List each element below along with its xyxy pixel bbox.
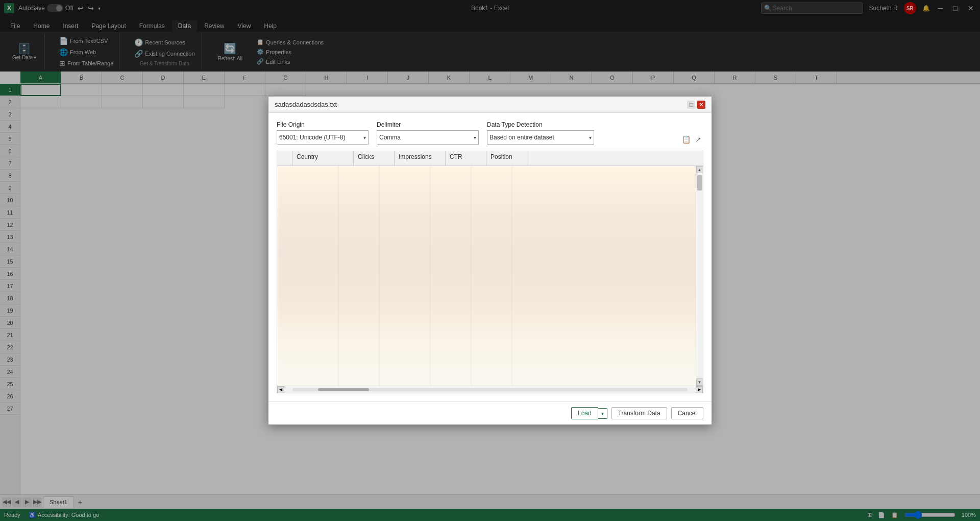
preview-col-position[interactable]: Position	[486, 151, 527, 165]
transform-data-button[interactable]: Transform Data	[611, 407, 667, 419]
data-type-arrow: ▾	[589, 135, 592, 140]
preview-data-overlay	[277, 166, 703, 386]
data-type-field: Data Type Detection Based on entire data…	[487, 121, 594, 145]
scroll-up-button[interactable]: ▲	[696, 166, 703, 173]
preview-row-num-header	[277, 151, 292, 165]
load-dropdown-button[interactable]: ▾	[598, 408, 607, 419]
delimiter-label: Delimiter	[377, 121, 479, 128]
scroll-down-button[interactable]: ▼	[696, 378, 703, 386]
modal-fields: File Origin 65001: Unicode (UTF-8) ▾ Del…	[277, 121, 703, 145]
modal-title: sadasdadasdsdas.txt	[275, 101, 337, 108]
modal-titlebar: sadasdadasdsdas.txt □ ✕	[268, 97, 712, 113]
file-origin-field: File Origin 65001: Unicode (UTF-8) ▾	[277, 121, 369, 145]
scroll-thumb-h[interactable]	[318, 388, 369, 391]
preview-data	[277, 166, 703, 386]
data-type-select[interactable]: Based on entire dataset ▾	[487, 130, 594, 145]
delimiter-arrow: ▾	[474, 135, 476, 140]
scroll-thumb[interactable]	[697, 175, 702, 191]
preview-col-country[interactable]: Country	[292, 151, 354, 165]
preview-col-clicks[interactable]: Clicks	[354, 151, 395, 165]
scroll-right-button[interactable]: ▶	[696, 386, 703, 393]
scroll-left-button[interactable]: ◀	[277, 386, 284, 393]
modal-body: File Origin 65001: Unicode (UTF-8) ▾ Del…	[268, 113, 712, 401]
cancel-button[interactable]: Cancel	[671, 407, 703, 419]
modal-close-button[interactable]: ✕	[697, 101, 705, 109]
file-origin-value: 65001: Unicode (UTF-8)	[279, 134, 345, 141]
modal-overlay: sadasdadasdsdas.txt □ ✕ File Origin 6500…	[0, 0, 980, 521]
preview-col-ctr[interactable]: CTR	[446, 151, 486, 165]
file-origin-select[interactable]: 65001: Unicode (UTF-8) ▾	[277, 130, 369, 145]
delimiter-field: Delimiter Comma ▾	[377, 121, 479, 145]
scroll-track-h[interactable]	[292, 388, 688, 391]
modal-maximize-button[interactable]: □	[687, 101, 695, 109]
preview-hscrollbar[interactable]: ◀ ▶	[277, 386, 703, 393]
modal-footer: Load ▾ Transform Data Cancel	[268, 401, 712, 424]
delimiter-select[interactable]: Comma ▾	[377, 130, 479, 145]
data-type-value: Based on entire dataset	[489, 134, 554, 141]
preview-data-wrapper: ▲ ▼	[277, 166, 703, 386]
modal-action-icon1[interactable]: 📋	[681, 134, 691, 145]
preview-area: Country Clicks Impressions CTR Position	[277, 151, 703, 393]
preview-column-headers: Country Clicks Impressions CTR Position	[277, 151, 703, 166]
preview-vscrollbar[interactable]: ▲ ▼	[696, 166, 703, 386]
preview-col-impressions[interactable]: Impressions	[395, 151, 446, 165]
load-button[interactable]: Load	[571, 407, 598, 419]
load-button-group: Load ▾	[571, 407, 607, 419]
data-type-label: Data Type Detection	[487, 121, 594, 128]
delimiter-value: Comma	[379, 134, 401, 141]
import-dialog: sadasdadasdsdas.txt □ ✕ File Origin 6500…	[268, 96, 712, 425]
file-origin-label: File Origin	[277, 121, 369, 128]
file-origin-arrow: ▾	[363, 135, 366, 140]
scroll-track[interactable]	[696, 173, 703, 378]
modal-icon-buttons: 📋 ↗	[681, 134, 703, 145]
modal-action-icon2[interactable]: ↗	[693, 134, 703, 145]
modal-controls: □ ✕	[687, 101, 705, 109]
